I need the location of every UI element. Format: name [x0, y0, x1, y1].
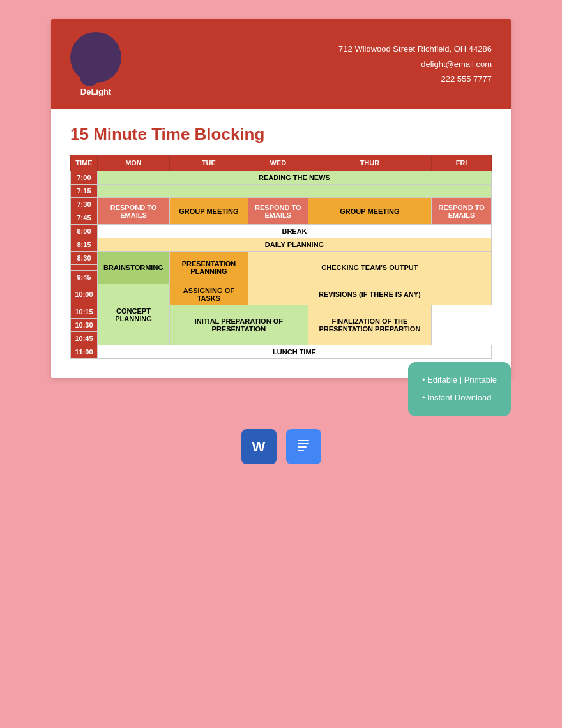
logo-name: DeLight — [80, 87, 111, 96]
address: 712 Wildwood Street Richfield, OH 44286 — [338, 42, 492, 56]
table-row: 8:00 BREAK — [71, 225, 492, 238]
phone: 222 555 7777 — [338, 72, 492, 86]
col-fri: FRI — [432, 155, 492, 171]
initial-preparation: INITIAL PREPARATION OF PRESENTATION — [169, 305, 308, 345]
svg-rect-1 — [298, 443, 309, 444]
col-time: TIME — [71, 155, 98, 171]
group-meeting-tue: GROUP MEETING — [169, 198, 248, 225]
time-cell: 10:45 — [71, 332, 98, 345]
email: delight@email.com — [338, 57, 492, 72]
logo-icon — [70, 32, 121, 83]
time-cell: 11:00 — [71, 345, 98, 359]
col-tue: TUE — [169, 155, 248, 171]
svg-rect-3 — [298, 450, 304, 451]
content: 15 Minute Time Blocking TIME MON TUE WED… — [51, 109, 511, 378]
svg-rect-0 — [298, 440, 309, 441]
col-thur: THUR — [308, 155, 431, 171]
time-cell: 10:00 — [71, 284, 98, 305]
time-cell: 8:30 — [71, 252, 98, 265]
schedule-table: TIME MON TUE WED THUR FRI 7:00 READING T… — [70, 155, 492, 359]
bottom-icons: W — [241, 429, 321, 464]
svg-rect-2 — [298, 446, 307, 448]
presentation-planning: PRESENTATION PLANNING — [169, 252, 248, 284]
time-cell: 7:15 — [71, 185, 98, 198]
table-row: 8:30 BRAINSTORMING PRESENTATION PLANNING… — [71, 252, 492, 265]
brainstorming: BRAINSTORMING — [98, 252, 170, 284]
table-row: 11:00 LUNCH TIME — [71, 345, 492, 359]
table-row: 7:30 RESPOND TO EMAILS GROUP MEETING RES… — [71, 198, 492, 211]
badge-item1: • Editable | Printable — [422, 371, 497, 390]
reading-news-cont — [98, 185, 492, 198]
daily-planning: DAILY PLANNING — [98, 238, 492, 252]
logo-section: DeLight — [70, 32, 121, 96]
group-meeting-thur: GROUP MEETING — [308, 198, 431, 225]
respond-emails-fri: RESPOND TO EMAILS — [432, 198, 492, 225]
time-cell: 8:15 — [71, 238, 98, 252]
page-title: 15 Minute Time Blocking — [70, 125, 492, 144]
concept-planning: CONCEPT PLANNING — [98, 284, 170, 345]
time-cell: 7:00 — [71, 171, 98, 185]
lunch-time: LUNCH TIME — [98, 345, 492, 359]
col-mon: MON — [98, 155, 170, 171]
checking-team-output: CHECKING TEAM'S OUTPUT — [248, 252, 491, 284]
table-row: 10:00 CONCEPT PLANNING ASSIGNING OF TASK… — [71, 284, 492, 305]
time-cell — [71, 265, 98, 271]
time-cell: 8:00 — [71, 225, 98, 238]
feature-badge: • Editable | Printable • Instant Downloa… — [408, 362, 511, 416]
respond-emails-mon: RESPOND TO EMAILS — [98, 198, 170, 225]
table-row: 8:15 DAILY PLANNING — [71, 238, 492, 252]
word-icon[interactable]: W — [241, 429, 277, 464]
table-row: 7:15 — [71, 185, 492, 198]
time-cell: 10:30 — [71, 319, 98, 332]
time-cell: 7:30 — [71, 198, 98, 211]
respond-emails-wed: RESPOND TO EMAILS — [248, 198, 308, 225]
time-cell: 7:45 — [71, 211, 98, 225]
reading-news: READING THE NEWS — [98, 171, 492, 185]
finalization: FINALIZATION OF THE PRESENTATION PREPART… — [308, 305, 431, 345]
col-wed: WED — [248, 155, 308, 171]
contact-info: 712 Wildwood Street Richfield, OH 44286 … — [338, 42, 492, 86]
docs-icon[interactable] — [286, 429, 321, 464]
assigning-tasks: ASSIGNING OF TASKS — [169, 284, 248, 305]
revisions: REVISIONS (IF THERE IS ANY) — [248, 284, 491, 305]
time-cell: 10:15 — [71, 305, 98, 319]
table-row: 7:00 READING THE NEWS — [71, 171, 492, 185]
time-cell: 9:45 — [71, 271, 98, 284]
badge-item2: • Instant Download — [422, 389, 497, 407]
document: DeLight 712 Wildwood Street Richfield, O… — [51, 19, 511, 378]
break: BREAK — [98, 225, 492, 238]
header: DeLight 712 Wildwood Street Richfield, O… — [51, 19, 511, 109]
